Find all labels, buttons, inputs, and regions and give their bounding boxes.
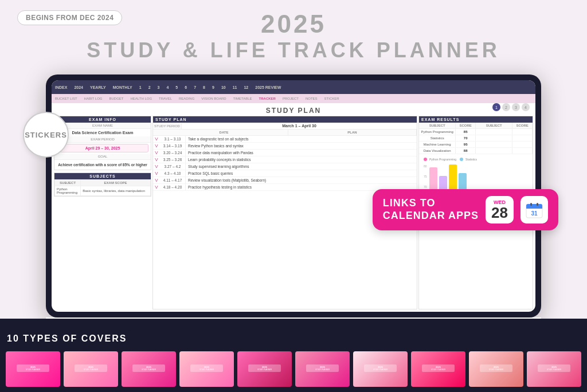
nav-4[interactable]: 4: [163, 85, 172, 89]
svg-text:31: 31: [531, 210, 538, 217]
cal-date-num: 28: [491, 205, 508, 220]
page-num-1[interactable]: 1: [492, 103, 500, 111]
sub-notes[interactable]: NOTES: [302, 97, 321, 100]
nav-yearly[interactable]: YEARLY: [87, 85, 109, 89]
check-mark: V: [153, 150, 160, 155]
sub-habit[interactable]: HABIT LOG: [81, 97, 106, 100]
sub-travel[interactable]: TRAVEL: [155, 97, 175, 100]
nav-index[interactable]: INDEX: [52, 85, 71, 89]
covers-strip: 2025 STUDY PLANNER 2025 STUDY PLANNER 20…: [0, 346, 587, 392]
stickers-badge: STICKERS: [23, 112, 69, 158]
nav-monthly[interactable]: MONTHLY: [109, 85, 136, 89]
right-header: EXAM RESULTS: [419, 116, 533, 123]
sub-tracker[interactable]: TRACKER: [256, 97, 279, 100]
cover-thumb-5: 2025 STUDY PLANNER: [237, 351, 292, 387]
nav-12[interactable]: 12: [240, 85, 252, 89]
nav-11[interactable]: 11: [229, 85, 241, 89]
nav-2024[interactable]: 2024: [71, 85, 87, 89]
row-plan: Study supervised learning algorithms: [186, 163, 417, 170]
cover-thumb-3: 2025 STUDY PLANNER: [122, 351, 176, 387]
nav-3[interactable]: 3: [154, 85, 163, 89]
cover-thumb-10: 2025 STUDY PLANNER: [527, 351, 581, 387]
result-score2: [512, 129, 533, 135]
study-period-row: STUDY PERIOD March 1 – April 30: [153, 123, 417, 130]
cover-thumb-1: 2025 STUDY PLANNER: [6, 351, 60, 387]
left-panel: EXAM INFO EXAM NAME Data Science Certifi…: [54, 116, 151, 309]
cover-thumb-8: 2025 STUDY PLANNER: [411, 351, 465, 387]
exam-result-row: Data Visualization 88: [419, 148, 533, 154]
study-plan-rows: V 3.1 – 3.13 Take a diagnostic test on a…: [153, 136, 417, 191]
legend-color-stats: [460, 158, 463, 161]
svg-rect-5: [537, 203, 538, 206]
begins-badge: BEGINS FROM DEC 2024: [17, 10, 122, 25]
sp-label: STUDY PERIOD: [153, 123, 182, 129]
cover-label: 2025 STUDY PLANNER: [75, 364, 107, 372]
date-col-header: DATE: [160, 130, 288, 135]
cover-thumb-7: 2025 STUDY PLANNER: [353, 351, 408, 387]
cover-label: 2025 STUDY PLANNER: [364, 364, 397, 372]
cover-label: 2025 STUDY PLANNER: [538, 364, 570, 372]
result-subject1: Python Programming: [419, 129, 456, 135]
rth-score1: SCORE: [456, 123, 476, 128]
chart-legend: Python Programming Statistics: [421, 156, 530, 162]
cover-label: 2025 STUDY PLANNER: [190, 364, 223, 372]
tablet-sub-nav[interactable]: BUCKET LIST HABIT LOG BUDGET HEALTH LOG …: [52, 94, 535, 103]
calendar-day-widget: WED 28: [486, 196, 514, 224]
study-plan-row: V 4.11 – 4.17 Review visualization tools…: [153, 177, 417, 184]
page-header: BEGINS FROM DEC 2024 2025 STUDY & LIFE T…: [0, 0, 587, 68]
legend-label-stats: Statistics: [465, 158, 477, 161]
cover-label: 2025 STUDY PLANNER: [17, 364, 49, 372]
nav-1[interactable]: 1: [136, 85, 145, 89]
tablet-nav[interactable]: INDEX 2024 YEARLY MONTHLY 1 2 3 4 5 6 7 …: [52, 80, 535, 94]
sub-timetable[interactable]: TIMETABLE: [230, 97, 256, 100]
result-score2: [512, 148, 533, 154]
exam-period-label: EXAM PERIOD: [54, 136, 151, 143]
covers-label: 10 TYPES OF COVERS: [0, 330, 137, 347]
row-date: 3.14 – 3.19: [160, 143, 186, 149]
nav-6[interactable]: 6: [181, 85, 190, 89]
page-num-2[interactable]: 2: [502, 103, 510, 111]
check-mark: V: [153, 185, 160, 190]
result-score1: 85: [456, 129, 476, 135]
row-plan: Review Python basics and syntax: [186, 143, 417, 149]
study-plan-row: V 3.20 – 3.24 Practice data manipulation…: [153, 150, 417, 156]
result-subject2: [476, 142, 512, 147]
subjects-col1: SUBJECT: [55, 180, 81, 186]
nav-review[interactable]: 2025 REVIEW: [252, 85, 284, 89]
sub-project[interactable]: PROJECT: [279, 97, 302, 100]
subjects-header: SUBJECTS: [54, 173, 151, 179]
row-date: 4.18 – 4.20: [160, 184, 186, 190]
legend-color-python: [424, 158, 427, 161]
sub-health[interactable]: HEALTH LOG: [127, 97, 156, 100]
cover-thumb-4: 2025 STUDY PLANNER: [179, 351, 234, 387]
right-table-header: SUBJECT SCORE SUBJECT SCORE: [419, 123, 533, 129]
result-score2: [512, 135, 533, 141]
page-num-3[interactable]: 3: [512, 103, 520, 111]
main-title-sub: STUDY & LIFE TRACK PLANNER: [0, 38, 587, 62]
check-mark: V: [153, 143, 160, 148]
nav-2[interactable]: 2: [145, 85, 154, 89]
sub-bucket[interactable]: BUCKET LIST: [52, 97, 81, 100]
row-plan: Learn probability concepts in statistics: [186, 156, 417, 163]
sub-sticker[interactable]: STICKER: [321, 97, 343, 100]
cover-thumb-6: 2025 STUDY PLANNER: [295, 351, 350, 387]
sub-reading[interactable]: READING: [175, 97, 198, 100]
covers-section: 10 TYPES OF COVERS 2025 STUDY PLANNER 20…: [0, 319, 587, 392]
nav-10[interactable]: 10: [218, 85, 229, 89]
row-plan: Take a diagnostic test on all subjects: [186, 136, 417, 142]
nav-9[interactable]: 9: [209, 85, 218, 89]
row-date: 4.3 – 4.10: [160, 170, 186, 177]
exam-period-value: April 29 – 30, 2025: [57, 144, 148, 152]
mid-table-header: DATE PLAN: [153, 130, 417, 136]
subjects-col2: EXAM SCOPE: [81, 180, 151, 186]
page-num-4[interactable]: 4: [522, 103, 530, 111]
sub-vision[interactable]: VISION BOARD: [198, 97, 229, 100]
cover-label: 2025 STUDY PLANNER: [248, 364, 281, 372]
subject-name: PythonProgramming: [55, 186, 81, 196]
sub-budget[interactable]: BUDGET: [105, 97, 127, 100]
exam-name-value: Data Science Certification Exam: [54, 129, 151, 136]
exam-result-row: Machine Learning 95: [419, 142, 533, 148]
nav-5[interactable]: 5: [172, 85, 181, 89]
nav-7[interactable]: 7: [190, 85, 199, 89]
nav-8[interactable]: 8: [199, 85, 209, 89]
